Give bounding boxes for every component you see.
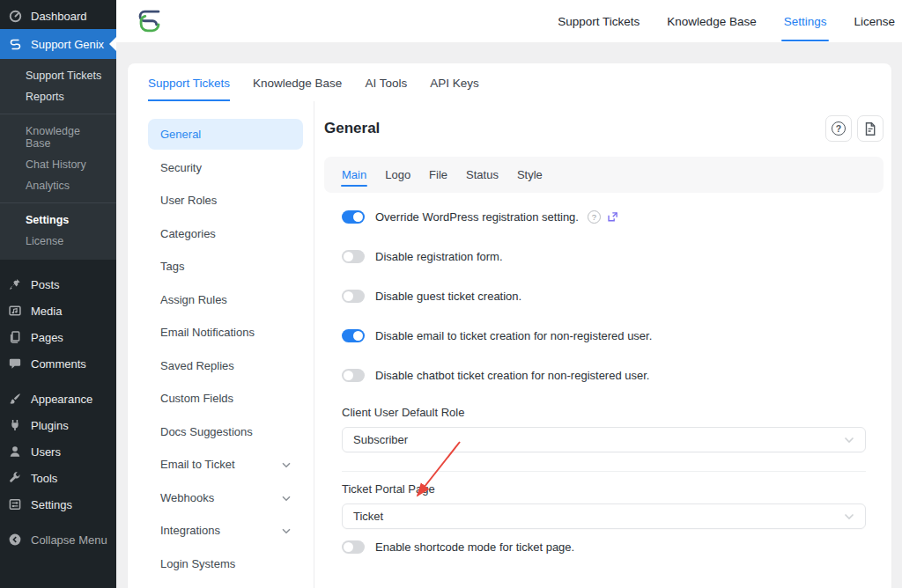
sub-tab-logo[interactable]: Logo <box>385 157 410 193</box>
settings-nav-assign-rules[interactable]: Assign Rules <box>148 284 303 315</box>
override-registration-toggle[interactable] <box>342 210 365 224</box>
sidebar-item-dashboard[interactable]: Dashboard <box>0 0 116 29</box>
submenu-item-license[interactable]: License <box>0 231 116 252</box>
sidebar-item-label: Comments <box>31 357 86 371</box>
sidebar-item-tools[interactable]: Tools <box>0 465 116 491</box>
submenu-item-reports[interactable]: Reports <box>0 86 116 107</box>
sidebar-item-posts[interactable]: Posts <box>0 271 116 298</box>
sub-tab-status[interactable]: Status <box>466 157 499 193</box>
settings-nav-tags[interactable]: Tags <box>148 251 303 282</box>
tab-knowledge-base[interactable]: Knowledge Base <box>253 77 342 101</box>
sidebar-item-media[interactable]: Media <box>0 298 116 324</box>
settings-nav-label: Email Notifications <box>160 326 255 339</box>
settings-nav-webhooks[interactable]: Webhooks <box>148 482 303 513</box>
settings-nav-docs-suggestions[interactable]: Docs Suggestions <box>148 416 303 447</box>
settings-nav-user-roles[interactable]: User Roles <box>148 185 303 216</box>
sub-tab-style[interactable]: Style <box>517 157 543 193</box>
settings-nav-general[interactable]: General <box>148 119 303 150</box>
settings-nav-label: Custom Fields <box>160 392 233 405</box>
external-link-icon[interactable] <box>607 211 618 223</box>
submenu-item-chat-history[interactable]: Chat History <box>0 154 116 175</box>
main-tabs: Support Tickets Knowledge Base AI Tools … <box>128 63 891 101</box>
settings-nav-label: Webhooks <box>160 491 214 504</box>
header-nav-knowledge-base[interactable]: Knowledge Base <box>667 0 756 42</box>
settings-nav-saved-replies[interactable]: Saved Replies <box>148 350 303 381</box>
tab-api-keys[interactable]: API Keys <box>430 77 479 101</box>
card-body: General Security User Roles Categories T… <box>128 101 891 588</box>
general-panel: General ? Main Logo File Status <box>314 101 891 588</box>
disable-chatbot-ticket-toggle[interactable] <box>342 369 365 382</box>
sidebar-item-wp-settings[interactable]: Settings <box>0 491 116 518</box>
ticket-portal-label: Ticket Portal Page <box>342 482 866 496</box>
sidebar-item-comments[interactable]: Comments <box>0 350 116 377</box>
pages-icon <box>7 329 23 345</box>
toggle-label: Disable guest ticket creation. <box>375 290 521 303</box>
sidebar-item-appearance[interactable]: Appearance <box>0 386 116 412</box>
settings-nav-login-systems[interactable]: Login Systems <box>148 548 303 579</box>
settings-nav-security[interactable]: Security <box>148 152 303 183</box>
disable-guest-ticket-toggle[interactable] <box>342 290 365 303</box>
toggle-label: Disable registration form. <box>375 250 503 263</box>
settings-nav-custom-fields[interactable]: Custom Fields <box>148 383 303 414</box>
client-role-label: Client User Default Role <box>342 406 866 419</box>
submenu-divider <box>0 202 116 203</box>
settings-nav-label: Assign Rules <box>160 293 227 306</box>
submenu-item-support-tickets[interactable]: Support Tickets <box>0 65 116 86</box>
disable-registration-toggle[interactable] <box>342 250 365 263</box>
posts-icon <box>7 276 23 292</box>
users-icon <box>7 444 23 459</box>
toggle-row-disable-registration: Disable registration form. <box>342 237 884 276</box>
tab-ai-tools[interactable]: AI Tools <box>365 77 407 101</box>
disable-email-ticket-toggle[interactable] <box>342 329 365 342</box>
settings-nav-label: User Roles <box>160 194 217 207</box>
sidebar-item-collapse-menu[interactable]: Collapse Menu <box>0 526 116 553</box>
dashboard-icon <box>7 8 23 24</box>
submenu-item-settings[interactable]: Settings <box>0 209 116 231</box>
app-header: Support Tickets Knowledge Base Settings … <box>116 0 902 42</box>
settings-nav-label: Docs Suggestions <box>160 425 253 438</box>
header-nav: Support Tickets Knowledge Base Settings … <box>558 0 902 42</box>
toggle-row-disable-guest-ticket: Disable guest ticket creation. <box>342 276 884 316</box>
tools-icon <box>7 470 23 486</box>
settings-nav: General Security User Roles Categories T… <box>128 101 314 588</box>
sidebar-item-label: Dashboard <box>31 10 87 23</box>
settings-nav-label: Integrations <box>160 524 220 537</box>
content-area: Support Tickets Knowledge Base AI Tools … <box>116 42 902 588</box>
chevron-down-icon <box>844 510 854 523</box>
sub-tab-file[interactable]: File <box>429 157 447 193</box>
tooltip-help-icon[interactable]: ? <box>588 210 601 224</box>
select-value: Subscriber <box>353 433 408 446</box>
toggle-row-disable-email-ticket: Disable email to ticket creation for non… <box>342 316 884 356</box>
chevron-down-icon <box>844 433 854 446</box>
client-role-select[interactable]: Subscriber <box>342 427 866 452</box>
sidebar-item-pages[interactable]: Pages <box>0 324 116 350</box>
settings-nav-email-notifications[interactable]: Email Notifications <box>148 317 303 348</box>
support-genix-settings-page: Dashboard Support Genix Support Tickets … <box>0 0 902 588</box>
sub-tab-main[interactable]: Main <box>342 157 366 193</box>
tab-support-tickets[interactable]: Support Tickets <box>148 77 230 101</box>
sidebar-item-label: Users <box>31 445 61 459</box>
header-nav-support-tickets[interactable]: Support Tickets <box>558 0 640 42</box>
ticket-portal-select[interactable]: Ticket <box>342 503 866 529</box>
submenu-divider <box>0 114 116 114</box>
submenu-item-knowledge-base[interactable]: Knowledge Base <box>0 121 116 154</box>
settings-nav-label: Tags <box>160 260 184 273</box>
shortcode-mode-toggle[interactable] <box>342 540 365 554</box>
docs-button[interactable] <box>857 115 884 142</box>
sidebar-item-label: Support Genix <box>31 38 104 51</box>
sidebar-item-label: Plugins <box>31 419 69 432</box>
header-nav-license[interactable]: License <box>854 0 895 42</box>
sidebar-item-support-genix[interactable]: Support Genix <box>0 29 116 59</box>
header-nav-settings[interactable]: Settings <box>784 0 827 42</box>
settings-card: Support Tickets Knowledge Base AI Tools … <box>128 63 891 588</box>
settings-nav-integrations[interactable]: Integrations <box>148 515 303 546</box>
support-genix-logo <box>135 5 165 37</box>
sidebar-item-users[interactable]: Users <box>0 438 116 465</box>
sidebar-item-label: Posts <box>31 278 60 291</box>
sidebar-item-plugins[interactable]: Plugins <box>0 412 116 438</box>
help-button[interactable]: ? <box>825 115 852 142</box>
settings-nav-categories[interactable]: Categories <box>148 218 303 249</box>
settings-nav-email-to-ticket[interactable]: Email to Ticket <box>148 449 303 480</box>
submenu-item-analytics[interactable]: Analytics <box>0 175 116 196</box>
toggle-row-shortcode-mode: Enable shortcode mode for ticket page. <box>324 529 884 554</box>
